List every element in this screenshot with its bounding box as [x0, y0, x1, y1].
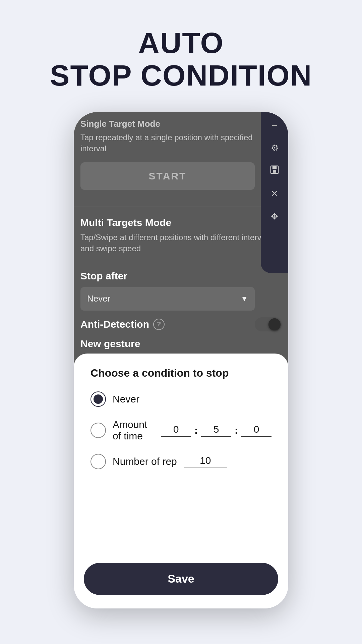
- single-target-title: Single Target Mode: [80, 119, 255, 129]
- colon-separator-1: :: [194, 425, 198, 436]
- save-icon: [269, 165, 280, 177]
- rep-count-input[interactable]: [184, 455, 227, 468]
- toolbar: − ⚙ ✕: [261, 112, 288, 273]
- save-toolbar-button[interactable]: [264, 161, 285, 181]
- amount-of-time-option-row: Amount of time : :: [90, 419, 272, 442]
- multi-targets-title: Multi Targets Mode: [80, 217, 282, 228]
- divider: [74, 207, 288, 207]
- app-background: − ⚙ ✕: [74, 112, 288, 367]
- anti-detection-help-icon[interactable]: ?: [153, 319, 165, 330]
- never-label: Never: [113, 393, 139, 405]
- bottom-sheet: Choose a condition to stop Never Amount …: [74, 354, 288, 608]
- toggle-knob: [268, 318, 281, 330]
- number-of-rep-label: Number of rep: [113, 456, 177, 467]
- amount-of-time-label: Amount of time: [113, 419, 154, 442]
- stop-after-value: Never: [87, 293, 110, 304]
- time-minutes-input[interactable]: [201, 424, 231, 437]
- page-title: AUTO STOP CONDITION: [50, 27, 312, 92]
- save-button[interactable]: Save: [84, 563, 278, 595]
- move-icon: ✥: [271, 211, 278, 222]
- anti-detection-toggle[interactable]: [255, 317, 282, 331]
- multi-targets-desc: Tap/Swipe at different positions with di…: [80, 232, 282, 254]
- svg-rect-2: [273, 170, 276, 173]
- never-radio[interactable]: [90, 391, 106, 407]
- never-option-row: Never: [90, 391, 272, 407]
- time-inputs: : :: [161, 424, 272, 437]
- settings-button[interactable]: ⚙: [264, 138, 285, 158]
- number-of-rep-radio[interactable]: [90, 454, 106, 469]
- stop-after-dropdown[interactable]: Never ▼: [80, 287, 255, 311]
- colon-separator-2: :: [235, 425, 238, 436]
- close-icon: ✕: [271, 189, 278, 199]
- time-hours-input[interactable]: [161, 424, 191, 437]
- start-button[interactable]: START: [80, 162, 255, 190]
- anti-detection-label: Anti-Detection ?: [80, 319, 165, 330]
- svg-rect-1: [273, 166, 277, 169]
- dropdown-arrow-icon: ▼: [241, 294, 248, 303]
- app-content-area: Single Target Mode Tap repeatedly at a s…: [74, 112, 288, 197]
- anti-detection-row: Anti-Detection ?: [74, 311, 288, 338]
- single-target-desc: Tap repeatedly at a single position with…: [80, 132, 255, 154]
- time-seconds-input[interactable]: [241, 424, 272, 437]
- gear-icon: ⚙: [271, 143, 279, 153]
- radio-inner-never: [94, 394, 103, 404]
- stop-after-section: Stop after Never ▼: [74, 254, 288, 311]
- move-button[interactable]: ✥: [264, 207, 285, 227]
- multi-targets-section: Multi Targets Mode Tap/Swipe at differen…: [74, 217, 288, 254]
- amount-of-time-radio[interactable]: [90, 423, 106, 438]
- stop-after-label: Stop after: [80, 270, 282, 282]
- minimize-button[interactable]: −: [264, 115, 285, 136]
- close-toolbar-button[interactable]: ✕: [264, 184, 285, 204]
- sheet-title: Choose a condition to stop: [90, 367, 272, 379]
- phone-frame: − ⚙ ✕: [74, 112, 288, 608]
- phone-inner: − ⚙ ✕: [74, 112, 288, 608]
- number-of-rep-option-row: Number of rep: [90, 454, 272, 469]
